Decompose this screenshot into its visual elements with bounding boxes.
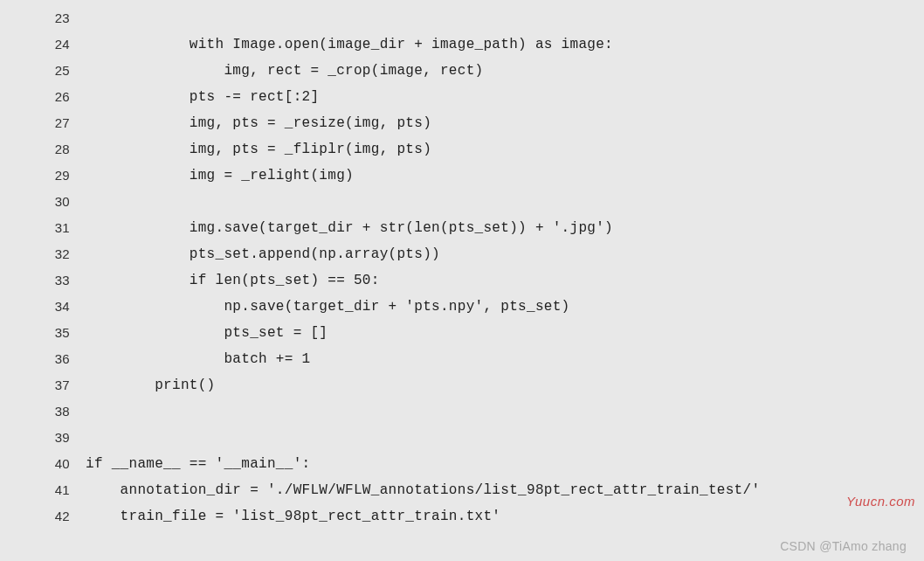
code-line: 37 print() (44, 372, 924, 398)
code-text: img, pts = _fliplr(img, pts) (70, 136, 431, 163)
code-text: img.save(target_dir + str(len(pts_set)) … (70, 215, 613, 241)
line-number: 28 (44, 136, 70, 163)
line-number: 33 (44, 267, 70, 294)
code-text: if len(pts_set) == 50: (70, 267, 380, 294)
line-number: 32 (44, 241, 70, 267)
code-text: img, pts = _resize(img, pts) (70, 110, 431, 136)
code-text: print() (70, 372, 216, 398)
line-number: 27 (44, 110, 70, 136)
code-text: img, rect = _crop(image, rect) (70, 58, 483, 84)
code-line: 31 img.save(target_dir + str(len(pts_set… (44, 215, 924, 241)
line-number: 30 (44, 189, 70, 215)
code-line: 24 with Image.open(image_dir + image_pat… (44, 31, 924, 58)
code-line: 33 if len(pts_set) == 50: (44, 267, 924, 294)
line-number: 37 (44, 372, 70, 398)
code-text: annotation_dir = './WFLW/WFLW_annotation… (70, 477, 760, 503)
watermark-site: Yuucn.com (846, 488, 915, 515)
code-line: 27 img, pts = _resize(img, pts) (44, 110, 924, 136)
code-line: 26 pts -= rect[:2] (44, 84, 924, 110)
line-number: 29 (44, 163, 70, 189)
line-number: 23 (44, 5, 70, 31)
code-line: 38 (44, 398, 924, 425)
code-text: np.save(target_dir + 'pts.npy', pts_set) (70, 294, 570, 320)
code-text: with Image.open(image_dir + image_path) … (70, 31, 613, 58)
code-text: pts_set.append(np.array(pts)) (70, 241, 440, 267)
line-number: 34 (44, 294, 70, 320)
code-text: img = _relight(img) (70, 163, 354, 189)
code-line: 40if __name__ == '__main__': (44, 451, 924, 477)
line-number: 36 (44, 346, 70, 372)
code-line: 29 img = _relight(img) (44, 163, 924, 189)
code-text: pts -= rect[:2] (70, 84, 319, 110)
line-number: 38 (44, 398, 70, 425)
code-text: pts_set = [] (70, 320, 328, 346)
line-number: 31 (44, 215, 70, 241)
line-number: 35 (44, 320, 70, 346)
code-text: batch += 1 (70, 346, 310, 372)
line-number: 41 (44, 477, 70, 503)
code-line: 34 np.save(target_dir + 'pts.npy', pts_s… (44, 294, 924, 320)
line-number: 26 (44, 84, 70, 110)
line-number: 42 (44, 503, 70, 530)
code-line: 23 (44, 5, 924, 31)
code-line: 42 train_file = 'list_98pt_rect_attr_tra… (44, 503, 924, 530)
code-line: 36 batch += 1 (44, 346, 924, 372)
code-line: 30 (44, 189, 924, 215)
line-number: 40 (44, 451, 70, 477)
code-line: 41 annotation_dir = './WFLW/WFLW_annotat… (44, 477, 924, 503)
line-number: 39 (44, 425, 70, 451)
code-text: if __name__ == '__main__': (70, 451, 310, 477)
code-line: 35 pts_set = [] (44, 320, 924, 346)
watermark-author: CSDN @TiAmo zhang (780, 533, 907, 559)
code-text: train_file = 'list_98pt_rect_attr_train.… (70, 503, 500, 530)
code-line: 32 pts_set.append(np.array(pts)) (44, 241, 924, 267)
code-line: 25 img, rect = _crop(image, rect) (44, 58, 924, 84)
code-line: 39 (44, 425, 924, 451)
line-number: 25 (44, 58, 70, 84)
code-block: 2324 with Image.open(image_dir + image_p… (0, 0, 924, 530)
line-number: 24 (44, 31, 70, 58)
code-line: 28 img, pts = _fliplr(img, pts) (44, 136, 924, 163)
